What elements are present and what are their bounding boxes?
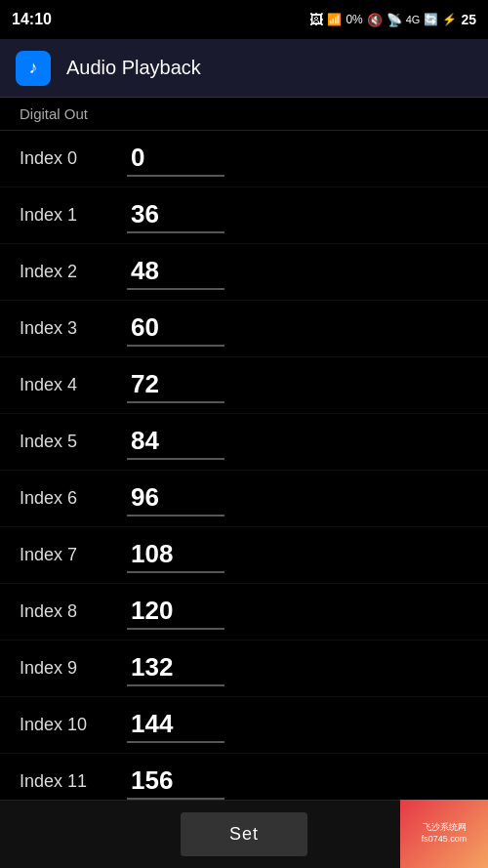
index-input-5[interactable]	[127, 424, 224, 460]
index-row-6: Index 6	[0, 471, 488, 527]
signal-icon: 📶	[327, 13, 342, 26]
index-row-10: Index 10	[0, 697, 488, 754]
index-input-10[interactable]	[127, 707, 224, 743]
index-label-0: Index 0	[20, 148, 127, 169]
sync-icon: 🔄	[424, 13, 438, 26]
audio-icon: ♪	[29, 58, 38, 78]
index-row-0: Index 0	[0, 131, 488, 187]
index-input-9[interactable]	[127, 650, 224, 686]
index-label-5: Index 5	[20, 432, 127, 452]
index-row-9: Index 9	[0, 641, 488, 697]
index-row-2: Index 2	[0, 244, 488, 301]
index-input-3[interactable]	[127, 310, 224, 347]
status-time: 14:10	[12, 11, 52, 28]
index-label-8: Index 8	[20, 601, 127, 622]
charging-icon: ⚡	[442, 13, 457, 26]
index-label-10: Index 10	[20, 715, 127, 735]
index-label-9: Index 9	[20, 658, 127, 679]
index-label-1: Index 1	[20, 205, 127, 226]
index-row-4: Index 4	[0, 357, 488, 414]
index-row-3: Index 3	[0, 301, 488, 357]
index-rows-container: Index 0Index 1Index 2Index 3Index 4Index…	[0, 131, 488, 868]
app-icon: ♪	[16, 51, 51, 86]
status-bar: 14:10 🖼 📶 0% 🔇 📡 4G 🔄 ⚡ 25	[0, 0, 488, 39]
section-label: Digital Out	[0, 98, 488, 131]
index-label-4: Index 4	[20, 375, 127, 395]
mute-icon: 🔇	[367, 13, 383, 27]
index-input-0[interactable]	[127, 141, 224, 177]
partial-label-text: Digital Out	[20, 105, 88, 122]
index-input-7[interactable]	[127, 537, 224, 573]
index-label-2: Index 2	[20, 262, 127, 282]
index-input-1[interactable]	[127, 197, 224, 233]
gallery-icon: 🖼	[309, 12, 323, 27]
index-input-11[interactable]	[127, 764, 224, 800]
index-row-5: Index 5	[0, 414, 488, 471]
index-row-7: Index 7	[0, 527, 488, 584]
index-row-8: Index 8	[0, 584, 488, 641]
set-button[interactable]: Set	[181, 812, 307, 856]
index-input-6[interactable]	[127, 480, 224, 517]
index-label-11: Index 11	[20, 771, 127, 792]
index-input-2[interactable]	[127, 254, 224, 290]
app-title: Audio Playback	[66, 57, 201, 79]
bottom-bar: Set 飞沙系统网fs0745.com	[0, 800, 488, 868]
status-icons: 🖼 📶 0% 🔇 📡 4G 🔄 ⚡ 25	[309, 12, 476, 27]
index-label-6: Index 6	[20, 488, 127, 509]
mobile-data-icon: 4G	[406, 14, 421, 25]
index-label-7: Index 7	[20, 545, 127, 565]
watermark: 飞沙系统网fs0745.com	[400, 800, 488, 868]
index-input-8[interactable]	[127, 594, 224, 630]
index-label-3: Index 3	[20, 318, 127, 339]
index-row-1: Index 1	[0, 187, 488, 244]
app-bar: ♪ Audio Playback	[0, 39, 488, 98]
battery-percent: 0%	[346, 13, 362, 26]
watermark-text: 飞沙系统网fs0745.com	[422, 822, 468, 845]
index-input-4[interactable]	[127, 367, 224, 403]
content-area[interactable]: Digital Out Index 0Index 1Index 2Index 3…	[0, 98, 488, 868]
battery-level: 25	[461, 12, 476, 27]
wifi-icon: 📡	[386, 13, 402, 27]
